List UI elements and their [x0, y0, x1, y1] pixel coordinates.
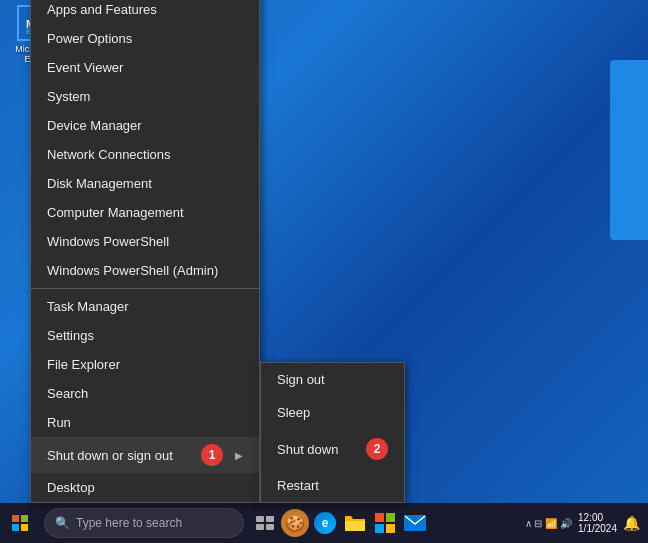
system-tray-icons: ∧ ⊟ 📶 🔊 [525, 518, 572, 529]
svg-rect-3 [21, 515, 28, 522]
clock: 12:001/1/2024 [578, 512, 617, 534]
taskbar-store-button[interactable] [370, 508, 400, 538]
task-view-button[interactable] [250, 508, 280, 538]
submenu-item-sleep[interactable]: Sleep [261, 396, 404, 429]
menu-divider-1 [31, 288, 259, 289]
submenu-item-restart[interactable]: Restart [261, 469, 404, 502]
badge-1: 1 [201, 444, 223, 466]
taskbar-right-area: ∧ ⊟ 📶 🔊 12:001/1/2024 🔔 [525, 512, 648, 534]
cookie-image: 🍪 [281, 509, 309, 537]
svg-rect-4 [12, 524, 19, 531]
menu-item-event-viewer[interactable]: Event Viewer [31, 53, 259, 82]
taskbar-mail-button[interactable] [400, 508, 430, 538]
menu-item-windows-powershell-admin[interactable]: Windows PowerShell (Admin) [31, 256, 259, 285]
menu-item-settings[interactable]: Settings [31, 321, 259, 350]
search-icon: 🔍 [55, 516, 70, 530]
menu-item-run[interactable]: Run [31, 408, 259, 437]
taskbar-search-box[interactable]: 🔍 Type here to search [44, 508, 244, 538]
svg-rect-14 [386, 524, 395, 533]
submenu-shut-down: Sign out Sleep Shut down 2 Restart [260, 362, 405, 503]
menu-item-search[interactable]: Search [31, 379, 259, 408]
menu-item-file-explorer[interactable]: File Explorer [31, 350, 259, 379]
svg-rect-8 [256, 524, 264, 530]
taskbar-edge-button[interactable]: e [310, 508, 340, 538]
notification-icon[interactable]: 🔔 [623, 515, 640, 531]
badge-2: 2 [366, 438, 388, 460]
svg-rect-2 [12, 515, 19, 522]
svg-rect-12 [386, 513, 395, 522]
taskbar: 🔍 Type here to search 🍪 e [0, 503, 648, 543]
taskbar-file-explorer-button[interactable] [340, 508, 370, 538]
desktop: M Edi Micro-soft Edge Apps and Features … [0, 0, 648, 543]
context-menu: Apps and Features Power Options Event Vi… [30, 0, 260, 503]
menu-item-apps-features[interactable]: Apps and Features [31, 0, 259, 24]
submenu-item-shut-down[interactable]: Shut down 2 [261, 429, 404, 469]
start-button[interactable] [0, 503, 40, 543]
taskbar-search-placeholder: Type here to search [76, 516, 182, 530]
chevron-right-icon: ▶ [235, 450, 243, 461]
svg-rect-7 [266, 516, 274, 522]
menu-item-system[interactable]: System [31, 82, 259, 111]
menu-item-shut-down-sign-out[interactable]: Shut down or sign out 1 ▶ [31, 437, 259, 473]
menu-item-power-options[interactable]: Power Options [31, 24, 259, 53]
menu-item-device-manager[interactable]: Device Manager [31, 111, 259, 140]
svg-rect-10 [345, 521, 365, 531]
menu-item-network-connections[interactable]: Network Connections [31, 140, 259, 169]
svg-rect-6 [256, 516, 264, 522]
menu-item-disk-management[interactable]: Disk Management [31, 169, 259, 198]
edge-icon-image: e [314, 512, 336, 534]
svg-rect-5 [21, 524, 28, 531]
svg-rect-13 [375, 524, 384, 533]
submenu-item-sign-out[interactable]: Sign out [261, 363, 404, 396]
svg-rect-11 [375, 513, 384, 522]
menu-item-desktop[interactable]: Desktop [31, 473, 259, 502]
menu-item-computer-management[interactable]: Computer Management [31, 198, 259, 227]
menu-item-windows-powershell[interactable]: Windows PowerShell [31, 227, 259, 256]
taskbar-cookie-icon[interactable]: 🍪 [280, 508, 310, 538]
menu-item-task-manager[interactable]: Task Manager [31, 292, 259, 321]
svg-rect-9 [266, 524, 274, 530]
right-panel-accent [610, 60, 648, 240]
